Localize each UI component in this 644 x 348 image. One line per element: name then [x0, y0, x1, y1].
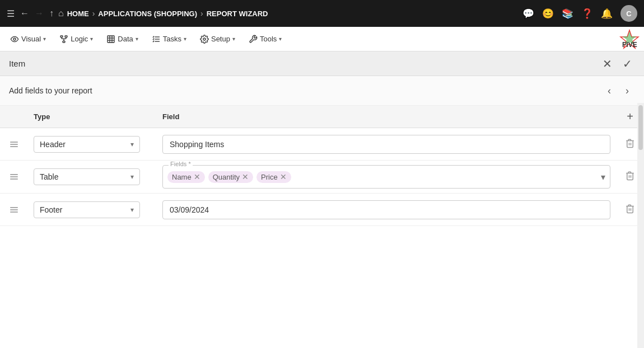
breadcrumb-home[interactable]: HOME	[67, 10, 89, 18]
menu-setup[interactable]: Setup ▾	[194, 31, 241, 47]
drag-handle-1[interactable]	[0, 139, 28, 149]
nav-prev[interactable]: ‹	[601, 83, 617, 98]
field-cell-2: Fields * Name ✕ Quantity ✕ Price ✕ ▾	[157, 161, 616, 193]
forward-icon[interactable]: →	[35, 8, 44, 18]
table-row: Header ▾	[0, 128, 644, 161]
svg-rect-2	[65, 36, 67, 37]
table-row: Footer ▾	[0, 194, 644, 226]
gear-icon	[200, 35, 209, 44]
tag-name-text: Name	[172, 173, 192, 181]
svg-rect-3	[63, 41, 65, 43]
books-icon[interactable]: 📚	[562, 8, 573, 20]
type-select-value-2: Table	[40, 172, 58, 181]
svg-rect-1	[60, 36, 63, 37]
delete-button-3[interactable]	[625, 204, 635, 216]
visual-arrow: ▾	[43, 36, 46, 42]
close-button[interactable]: ✕	[599, 56, 615, 72]
drag-handle-2[interactable]	[0, 172, 28, 182]
confirm-button[interactable]: ✓	[619, 56, 635, 72]
main-content: Item ✕ ✓ Add fields to your report ‹ › T…	[0, 51, 644, 348]
item-title: Item	[9, 59, 25, 68]
svg-rect-31	[10, 209, 18, 210]
chat-icon[interactable]: 💬	[522, 8, 534, 20]
fields-panel-title: Add fields to your report	[9, 86, 92, 95]
grid-icon	[106, 35, 115, 44]
item-header-actions: ✕ ✓	[599, 56, 635, 72]
trash-icon-3	[625, 204, 635, 214]
breadcrumb-report[interactable]: REPORT WIZARD	[207, 10, 268, 18]
tag-quantity-close[interactable]: ✕	[242, 173, 249, 181]
tasks-arrow: ▾	[184, 36, 186, 42]
drag-icon	[9, 139, 19, 149]
menu-logic[interactable]: Logic ▾	[54, 31, 99, 47]
field-cell-3	[157, 196, 616, 224]
svg-rect-26	[10, 176, 18, 177]
table-header-row: Type Field +	[0, 106, 644, 128]
logic-arrow: ▾	[90, 36, 93, 42]
tags-label: Fields *	[169, 161, 193, 167]
up-icon[interactable]: ↑	[49, 8, 54, 18]
fields-nav: ‹ ›	[601, 83, 635, 98]
nav-next[interactable]: ›	[619, 83, 635, 98]
tag-name: Name ✕	[167, 171, 205, 183]
tag-quantity: Quantity ✕	[208, 171, 253, 183]
breadcrumb-arrow-1: ›	[92, 9, 95, 18]
flow-icon	[59, 35, 68, 44]
help-icon[interactable]: ❓	[581, 8, 593, 20]
field-input-3[interactable]	[162, 200, 610, 219]
table-row: Table ▾ Fields * Name ✕ Quantity ✕	[0, 161, 644, 194]
dropdown-arrow-2: ▾	[130, 173, 134, 181]
trash-icon-1	[625, 138, 635, 148]
face-icon[interactable]: 😊	[542, 8, 554, 20]
five-logo: FIVE	[619, 29, 640, 49]
delete-button-1[interactable]	[625, 138, 635, 151]
type-select-1[interactable]: Header ▾	[34, 136, 140, 153]
delete-button-2[interactable]	[625, 171, 635, 183]
svg-rect-22	[10, 146, 18, 147]
type-select-value-1: Header	[40, 140, 66, 149]
wrench-icon	[249, 35, 258, 44]
breadcrumb-arrow-2: ›	[200, 9, 203, 18]
bell-icon[interactable]: 🔔	[601, 8, 613, 20]
type-select-value-3: Footer	[40, 205, 62, 214]
svg-point-0	[13, 38, 16, 40]
dropdown-arrow-3: ▾	[130, 206, 134, 214]
tag-name-close[interactable]: ✕	[194, 173, 200, 181]
svg-rect-8	[108, 36, 114, 43]
type-cell-2: Table ▾	[28, 164, 157, 190]
hamburger-icon[interactable]: ☰	[7, 8, 15, 19]
menu-tasks[interactable]: Tasks ▾	[146, 31, 192, 47]
plus-icon: +	[627, 110, 633, 123]
svg-rect-25	[10, 174, 18, 175]
tag-price-close[interactable]: ✕	[280, 173, 287, 181]
eye-icon	[10, 35, 19, 44]
type-select-3[interactable]: Footer ▾	[34, 201, 140, 218]
back-icon[interactable]: ←	[20, 8, 29, 18]
menu-visual[interactable]: Visual ▾	[4, 31, 52, 47]
fields-table: Type Field + Header ▾	[0, 106, 644, 226]
scrollbar[interactable]	[637, 103, 644, 348]
topbar-right: 💬 😊 📚 ❓ 🔔 C	[522, 5, 637, 22]
setup-arrow: ▾	[232, 36, 235, 42]
tag-price: Price ✕	[256, 171, 291, 183]
breadcrumb-apps[interactable]: APPLICATIONS (SHOPPING)	[98, 10, 197, 18]
tags-dropdown-arrow[interactable]: ▾	[601, 172, 605, 182]
svg-rect-21	[10, 144, 18, 145]
avatar[interactable]: C	[620, 5, 637, 22]
field-cell-1	[157, 130, 616, 158]
tools-arrow: ▾	[279, 36, 282, 42]
topbar: ☰ ← → ↑ ⌂ HOME › APPLICATIONS (SHOPPING)…	[0, 0, 644, 27]
drag-handle-3[interactable]	[0, 205, 28, 215]
svg-point-16	[203, 38, 206, 40]
svg-rect-30	[10, 207, 18, 208]
menu-tools[interactable]: Tools ▾	[243, 31, 287, 47]
menubar: Visual ▾ Logic ▾ Data ▾ Tasks ▾ Setup ▾ …	[0, 27, 644, 51]
field-input-1[interactable]	[162, 135, 610, 154]
menu-data[interactable]: Data ▾	[101, 31, 143, 47]
tags-field-2[interactable]: Fields * Name ✕ Quantity ✕ Price ✕ ▾	[162, 165, 610, 189]
th-type: Type	[28, 112, 157, 121]
type-cell-1: Header ▾	[28, 131, 157, 157]
type-select-2[interactable]: Table ▾	[34, 168, 140, 185]
trash-icon-2	[625, 171, 635, 181]
five-logo-icon: FIVE	[619, 29, 640, 49]
